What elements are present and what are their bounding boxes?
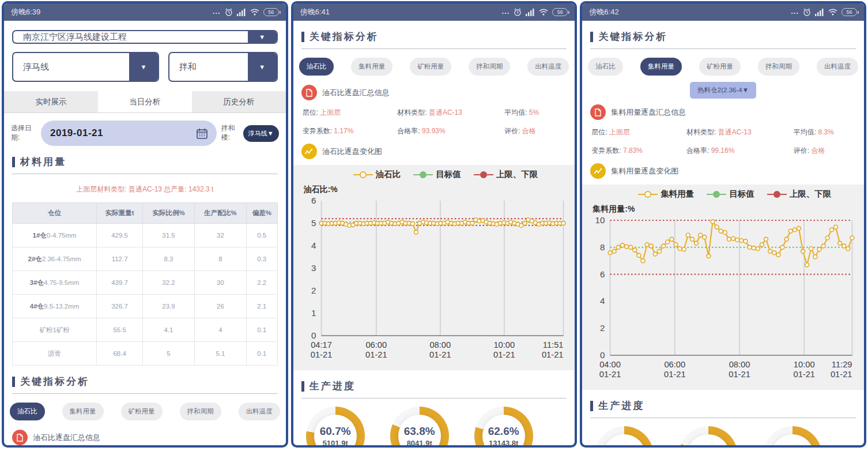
data-point[interactable] [764,237,768,241]
summary-info-link[interactable]: 油石比逐盘汇总信息 [301,85,567,100]
data-point[interactable] [822,244,826,248]
data-point[interactable] [523,221,527,226]
data-point[interactable] [748,245,752,249]
project-select[interactable]: 南京江宁区淳马线建设工程 ▼ [12,30,278,44]
data-point[interactable] [613,249,617,253]
data-point[interactable] [813,255,817,259]
indicator-pill-1[interactable]: 油石比 [588,58,623,76]
data-point[interactable] [561,221,565,226]
data-point[interactable] [756,247,760,251]
data-point[interactable] [793,228,797,232]
chevron-down-icon[interactable]: ▼ [129,53,158,81]
data-point[interactable] [826,236,830,240]
data-point[interactable] [707,254,711,258]
summary-info-link[interactable]: 油石比逐盘汇总信息 [12,430,278,445]
indicator-pill-5[interactable]: 出料温度 [817,58,858,76]
data-point[interactable] [682,247,686,251]
data-point[interactable] [752,246,756,250]
data-point[interactable] [780,245,784,249]
data-point[interactable] [414,230,418,234]
legend-item[interactable]: 目标值 [413,169,461,180]
indicator-pill-3[interactable]: 矿粉用量 [121,403,163,420]
data-point[interactable] [621,243,625,247]
tab-3[interactable]: 历史分析 [192,91,286,112]
data-point[interactable] [797,227,801,231]
indicator-pill-2[interactable]: 集料用量 [640,58,682,76]
data-point[interactable] [662,244,666,248]
indicator-pill-3[interactable]: 矿粉用量 [699,58,741,76]
legend-item[interactable]: 上限、下限 [767,189,832,200]
indicator-pill-2[interactable]: 集料用量 [62,403,104,420]
data-point[interactable] [784,237,788,241]
indicator-pill-1[interactable]: 油石比 [299,58,334,76]
data-point[interactable] [617,245,621,249]
data-point[interactable] [760,243,764,247]
data-point[interactable] [715,225,719,229]
summary-info-link[interactable]: 集料用量逐盘汇总信息 [590,104,856,120]
data-point[interactable] [744,239,748,243]
indicator-pill-2[interactable]: 集料用量 [351,58,393,76]
data-point[interactable] [470,221,474,226]
data-point[interactable] [608,251,612,255]
tab-1[interactable]: 实时展示 [4,91,98,112]
data-point[interactable] [801,249,805,253]
data-point[interactable] [739,239,744,243]
data-point[interactable] [830,228,834,232]
chevron-down-icon[interactable]: ▼ [248,53,277,81]
date-picker[interactable]: 2019-01-21 [41,121,217,146]
data-point[interactable] [678,247,682,251]
data-point[interactable] [719,229,723,233]
indicator-pill-3[interactable]: 矿粉用量 [410,58,451,76]
legend-item[interactable]: 上限、下限 [474,169,538,180]
chart-link[interactable]: 油石比逐盘变化图 [301,144,567,159]
indicator-pill-4[interactable]: 拌和周期 [469,58,510,76]
data-point[interactable] [641,259,645,263]
legend-item[interactable]: 油石比 [353,169,401,180]
line-select[interactable]: 淳马线 ▼ [12,52,159,82]
data-point[interactable] [695,241,699,245]
data-point[interactable] [850,236,854,240]
data-point[interactable] [711,220,715,224]
indicator-pill-4[interactable]: 拌和周期 [180,403,221,420]
data-point[interactable] [817,247,821,251]
data-point[interactable] [637,253,641,257]
indicator-pill-5[interactable]: 出料温度 [527,58,569,76]
tab-2[interactable]: 当日分析 [98,91,192,112]
data-point[interactable] [838,241,842,245]
data-point[interactable] [690,237,695,241]
data-point[interactable] [834,225,838,229]
data-point[interactable] [670,237,674,241]
legend-item[interactable]: 集料用量 [638,189,694,200]
data-point[interactable] [809,247,813,251]
data-point[interactable] [776,253,780,257]
data-point[interactable] [842,244,846,248]
data-point[interactable] [410,221,414,226]
data-point[interactable] [768,249,772,253]
chevron-down-icon[interactable]: ▼ [248,31,277,43]
indicator-pill-4[interactable]: 拌和周期 [758,58,799,76]
chart-link[interactable]: 集料用量逐盘变化图 [590,163,856,179]
data-point[interactable] [789,229,793,233]
calendar-icon[interactable] [197,128,207,139]
data-point[interactable] [646,243,650,247]
line-chart[interactable]: 012345604:1701-2106:0001-2108:0001-2110:… [298,195,571,368]
data-point[interactable] [658,249,662,253]
hot-bin-select[interactable]: 热料仓2(2.36-4▼ [690,82,756,99]
data-point[interactable] [772,251,776,255]
data-point[interactable] [666,240,670,244]
data-point[interactable] [699,233,703,237]
data-point[interactable] [727,237,731,241]
data-point[interactable] [686,233,690,237]
data-point[interactable] [674,243,678,247]
data-point[interactable] [805,263,809,267]
mix-select[interactable]: 拌和 ▼ [168,52,278,82]
line-chart[interactable]: 024681004:0001-2106:0001-2108:0001-2110:… [587,215,859,388]
plant-select[interactable]: 淳马线▼ [243,125,279,142]
data-point[interactable] [650,244,654,248]
data-point[interactable] [846,247,850,251]
indicator-pill-5[interactable]: 出料温度 [239,403,280,420]
data-point[interactable] [625,245,629,249]
data-point[interactable] [723,231,727,235]
data-point[interactable] [633,248,637,252]
legend-item[interactable]: 目标值 [707,189,754,200]
